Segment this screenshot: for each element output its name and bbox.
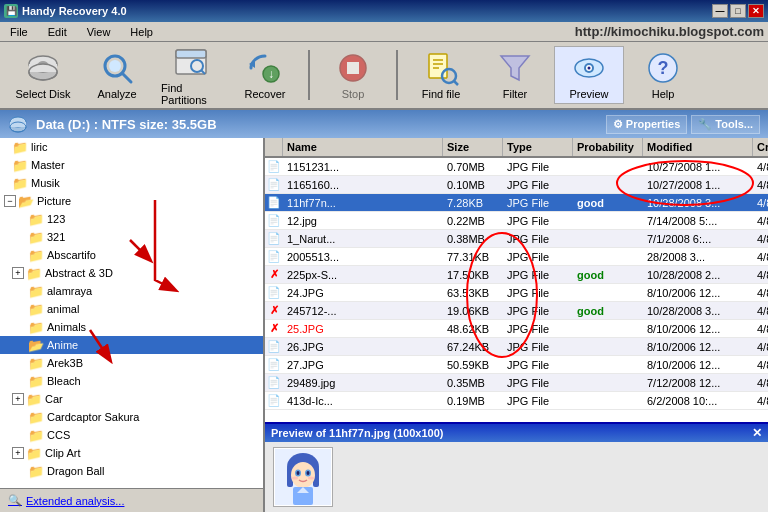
main-content: 📁 liric 📁 Master 📁 Musik − 📂 Picture: [0, 138, 768, 512]
menu-edit[interactable]: Edit: [42, 24, 73, 40]
tree-item-alamraya[interactable]: 📁 alamraya: [0, 282, 263, 300]
col-created[interactable]: Created: [753, 138, 768, 156]
col-name[interactable]: Name: [283, 138, 443, 156]
svg-rect-16: [347, 62, 359, 74]
maximize-button[interactable]: □: [730, 4, 746, 18]
tree-item-abstract3d[interactable]: + 📁 Abstract & 3D: [0, 264, 263, 282]
expand-icon-abstract3d[interactable]: +: [12, 267, 24, 279]
extended-analysis-link[interactable]: Extended analysis...: [26, 495, 124, 507]
folder-icon-liric: 📁: [12, 140, 28, 155]
file-row[interactable]: ✗ 225px-S... 17.50KB JPG File good 10/28…: [265, 266, 768, 284]
file-size-5: 0.38MB: [443, 233, 503, 245]
tree-item-321[interactable]: 📁 321: [0, 228, 263, 246]
tree-item-animals[interactable]: 📁 Animals: [0, 318, 263, 336]
file-type-5: JPG File: [503, 233, 573, 245]
tree-item-bleach[interactable]: 📁 Bleach: [0, 372, 263, 390]
file-type-2: JPG File: [503, 179, 573, 191]
file-size-1: 0.70MB: [443, 161, 503, 173]
tree-item-123[interactable]: 📁 123: [0, 210, 263, 228]
preview-image: [273, 447, 333, 507]
tree-item-anime[interactable]: 📂 Anime: [0, 336, 263, 354]
file-row[interactable]: 📄 1151231... 0.70MB JPG File 10/27/2008 …: [265, 158, 768, 176]
tree-item-ccs[interactable]: 📁 CCS: [0, 426, 263, 444]
app-icon: 💾: [4, 4, 18, 18]
file-row[interactable]: ✗ 25.JPG 48.62KB JPG File 8/10/2006 12..…: [265, 320, 768, 338]
file-row[interactable]: 📄 27.JPG 50.59KB JPG File 8/10/2006 12..…: [265, 356, 768, 374]
col-size[interactable]: Size: [443, 138, 503, 156]
file-type-1: JPG File: [503, 161, 573, 173]
close-button[interactable]: ✕: [748, 4, 764, 18]
title-bar: 💾 Handy Recovery 4.0 — □ ✕: [0, 0, 768, 22]
tree-item-clipart[interactable]: + 📁 Clip Art: [0, 444, 263, 462]
col-icon: [265, 138, 283, 156]
menu-file[interactable]: File: [4, 24, 34, 40]
find-file-button[interactable]: Find file: [406, 46, 476, 104]
file-row[interactable]: 📄 2005513... 77.31KB JPG File 28/2008 3.…: [265, 248, 768, 266]
file-created-11: 4/8/2009 6:03:27 AM: [753, 341, 768, 353]
file-type-4: JPG File: [503, 215, 573, 227]
preview-button[interactable]: Preview: [554, 46, 624, 104]
file-created-7: 4/8/2009 6:03:27 AM: [753, 269, 768, 281]
tree-item-liric[interactable]: 📁 liric: [0, 138, 263, 156]
file-modified-3: 10/28/2008 3...: [643, 197, 753, 209]
file-row[interactable]: 📄 12.jpg 0.22MB JPG File 7/14/2008 5:...…: [265, 212, 768, 230]
folder-icon-cardcaptor: 📁: [28, 410, 44, 425]
file-row[interactable]: 📄 1165160... 0.10MB JPG File 10/27/2008 …: [265, 176, 768, 194]
preview-close-button[interactable]: ✕: [752, 426, 762, 440]
file-row[interactable]: 📄 29489.jpg 0.35MB JPG File 7/12/2008 12…: [265, 374, 768, 392]
file-icon-14: 📄: [265, 394, 283, 407]
tree-item-abscartifo[interactable]: 📁 Abscartifo: [0, 246, 263, 264]
file-size-13: 0.35MB: [443, 377, 503, 389]
extended-analysis-bar[interactable]: 🔍 Extended analysis...: [0, 488, 263, 512]
recover-icon: ↓: [247, 50, 283, 86]
file-row-selected[interactable]: 📄 11hf77n... 7.28KB JPG File good 10/28/…: [265, 194, 768, 212]
stop-button[interactable]: Stop: [318, 46, 388, 104]
tree-item-car[interactable]: + 📁 Car: [0, 390, 263, 408]
minimize-button[interactable]: —: [712, 4, 728, 18]
file-row[interactable]: 📄 1_Narut... 0.38MB JPG File 7/1/2008 6:…: [265, 230, 768, 248]
expand-icon-car[interactable]: +: [12, 393, 24, 405]
col-modified[interactable]: Modified: [643, 138, 753, 156]
tree-item-cardcaptor[interactable]: 📁 Cardcaptor Sakura: [0, 408, 263, 426]
svg-rect-3: [29, 64, 57, 72]
file-row[interactable]: ✗ 245712-... 19.06KB JPG File good 10/28…: [265, 302, 768, 320]
tree-item-musik[interactable]: 📁 Musik: [0, 174, 263, 192]
filter-icon: [497, 50, 533, 86]
tree-item-picture[interactable]: − 📂 Picture: [0, 192, 263, 210]
file-icon-9: ✗: [265, 304, 283, 317]
col-type[interactable]: Type: [503, 138, 573, 156]
menu-help[interactable]: Help: [124, 24, 159, 40]
file-row[interactable]: 📄 413d-Ic... 0.19MB JPG File 6/2/2008 10…: [265, 392, 768, 410]
file-icon-7: ✗: [265, 268, 283, 281]
svg-line-6: [122, 73, 131, 82]
file-size-8: 63.53KB: [443, 287, 503, 299]
file-prob-7: good: [573, 269, 643, 281]
properties-button[interactable]: ⚙ Properties: [606, 115, 687, 134]
tools-button[interactable]: 🔧 Tools...: [691, 115, 760, 134]
analyze-label: Analyze: [97, 88, 136, 100]
tree-item-master[interactable]: 📁 Master: [0, 156, 263, 174]
drive-icon: [8, 114, 28, 134]
filter-button[interactable]: Filter: [480, 46, 550, 104]
file-name-10: 25.JPG: [283, 323, 443, 335]
recover-label: Recover: [245, 88, 286, 100]
tree-item-animal[interactable]: 📁 animal: [0, 300, 263, 318]
select-disk-button[interactable]: Select Disk: [8, 46, 78, 104]
menu-view[interactable]: View: [81, 24, 117, 40]
tree-item-arek3b[interactable]: 📁 Arek3B: [0, 354, 263, 372]
file-row[interactable]: 📄 24.JPG 63.53KB JPG File 8/10/2006 12..…: [265, 284, 768, 302]
expand-icon-picture[interactable]: −: [4, 195, 16, 207]
file-row[interactable]: 📄 26.JPG 67.24KB JPG File 8/10/2006 12..…: [265, 338, 768, 356]
analyze-button[interactable]: Analyze: [82, 46, 152, 104]
file-modified-14: 6/2/2008 10:...: [643, 395, 753, 407]
col-prob[interactable]: Probability: [573, 138, 643, 156]
file-icon-3: 📄: [265, 196, 283, 209]
file-modified-11: 8/10/2006 12...: [643, 341, 753, 353]
tree-item-dragonball[interactable]: 📁 Dragon Ball: [0, 462, 263, 480]
help-button[interactable]: ? Help: [628, 46, 698, 104]
find-partitions-button[interactable]: Find Partitions: [156, 46, 226, 104]
file-name-11: 26.JPG: [283, 341, 443, 353]
expand-icon-clipart[interactable]: +: [12, 447, 24, 459]
file-size-3: 7.28KB: [443, 197, 503, 209]
recover-button[interactable]: ↓ Recover: [230, 46, 300, 104]
